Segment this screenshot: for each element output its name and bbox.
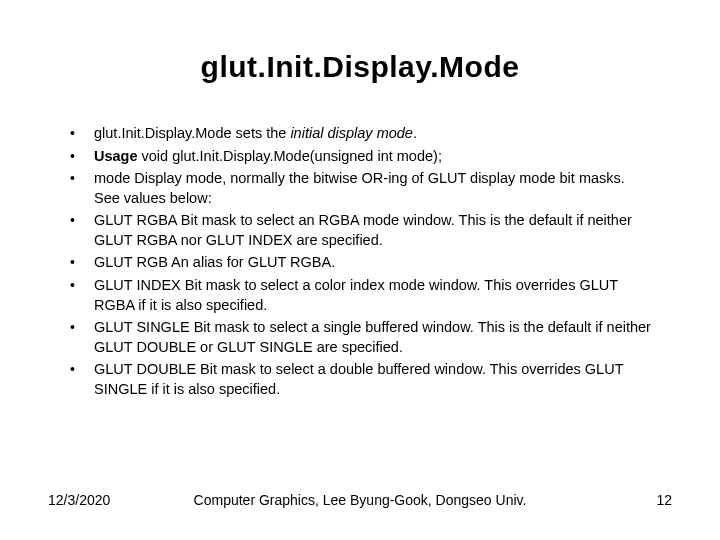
list-item: GLUT DOUBLE Bit mask to select a double … (66, 360, 654, 399)
list-item: mode Display mode, normally the bitwise … (66, 169, 654, 208)
footer-date: 12/3/2020 (48, 492, 110, 508)
list-item: GLUT RGB An alias for GLUT RGBA. (66, 253, 654, 273)
footer-page-number: 12 (656, 492, 672, 508)
list-item: GLUT INDEX Bit mask to select a color in… (66, 276, 654, 315)
list-item: GLUT SINGLE Bit mask to select a single … (66, 318, 654, 357)
bullet-list: glut.Init.Display.Mode sets the initial … (66, 124, 654, 399)
list-item: Usage void glut.Init.Display.Mode(unsign… (66, 147, 654, 167)
bullet-text-pre: glut.Init.Display.Mode sets the (94, 125, 290, 141)
bullet-text-strong: Usage (94, 148, 138, 164)
bullet-text-post: . (413, 125, 417, 141)
bullet-text: GLUT INDEX Bit mask to select a color in… (94, 277, 618, 313)
bullet-text: GLUT RGBA Bit mask to select an RGBA mod… (94, 212, 632, 248)
footer: 12/3/2020 Computer Graphics, Lee Byung-G… (0, 492, 720, 508)
footer-center: Computer Graphics, Lee Byung-Gook, Dongs… (194, 492, 527, 508)
bullet-text: GLUT DOUBLE Bit mask to select a double … (94, 361, 623, 397)
bullet-text: GLUT SINGLE Bit mask to select a single … (94, 319, 651, 355)
bullet-text: mode Display mode, normally the bitwise … (94, 170, 625, 206)
bullet-text-em: initial display mode (290, 125, 413, 141)
list-item: GLUT RGBA Bit mask to select an RGBA mod… (66, 211, 654, 250)
slide: glut.Init.Display.Mode glut.Init.Display… (0, 0, 720, 540)
list-item: glut.Init.Display.Mode sets the initial … (66, 124, 654, 144)
slide-title: glut.Init.Display.Mode (48, 50, 672, 84)
bullet-text-rest: void glut.Init.Display.Mode(unsigned int… (138, 148, 442, 164)
bullet-text: GLUT RGB An alias for GLUT RGBA. (94, 254, 335, 270)
